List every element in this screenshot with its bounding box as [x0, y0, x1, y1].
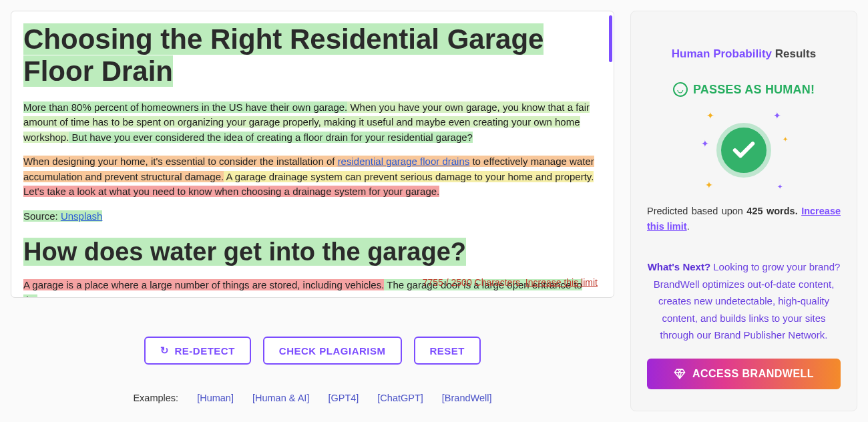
character-counter: 7755 / 2500 Characters. Increase this li… [423, 277, 598, 288]
whats-next-text: What's Next? Looking to grow your brand?… [647, 258, 841, 344]
checkmark-graphic: ✦ ✦ ✦ ✦ ✦ ✦ [704, 110, 784, 190]
paragraph-1: More than 80% percent of homeowners in t… [23, 100, 596, 146]
access-brandwell-button[interactable]: ACCESS BRANDWELL [647, 359, 841, 389]
predicted-text: Predicted based upon 425 words. Increase… [647, 204, 841, 234]
results-panel: Human Probability Results ◡ PASSES AS HU… [630, 11, 857, 411]
paragraph-2: When designing your home, it's essential… [23, 154, 596, 200]
passes-as-human-label: ◡ PASSES AS HUMAN! [673, 82, 815, 97]
example-gpt4[interactable]: [GPT4] [328, 393, 359, 403]
source-link[interactable]: Unsplash [61, 210, 103, 222]
text-editor[interactable]: Choosing the Right Residential Garage Fl… [11, 11, 614, 297]
scrollbar-thumb[interactable] [609, 15, 612, 62]
example-human-ai[interactable]: [Human & AI] [252, 393, 309, 403]
example-human[interactable]: [Human] [197, 393, 234, 403]
drain-link[interactable]: residential garage floor drains [338, 156, 470, 167]
sparkle-icon: ✦ [701, 138, 709, 149]
action-bar: ↻ RE-DETECT CHECK PLAGIARISM RESET [11, 337, 614, 365]
refresh-icon: ↻ [160, 345, 170, 357]
example-chatgpt[interactable]: [ChatGPT] [377, 393, 423, 403]
sparkle-icon: ✦ [773, 110, 781, 121]
smiley-icon: ◡ [673, 82, 688, 97]
article-title: Choosing the Right Residential Garage Fl… [23, 23, 596, 88]
increase-limit-link[interactable]: Increase this limit [525, 277, 598, 288]
source-line: Source: Unsplash [23, 209, 596, 224]
sparkle-icon: ✦ [705, 180, 713, 190]
check-circle-icon [716, 123, 771, 178]
examples-row: Examples: [Human] [Human & AI] [GPT4] [C… [11, 393, 614, 403]
results-title: Human Probability Results [672, 47, 816, 61]
redetect-button[interactable]: ↻ RE-DETECT [144, 337, 251, 365]
editor-container: Choosing the Right Residential Garage Fl… [11, 11, 614, 298]
sparkle-icon: ✦ [783, 136, 788, 143]
reset-button[interactable]: RESET [414, 337, 481, 365]
sparkle-icon: ✦ [777, 183, 783, 190]
sparkle-icon: ✦ [706, 110, 714, 121]
check-plagiarism-button[interactable]: CHECK PLAGIARISM [263, 337, 402, 365]
heading-2: How does water get into the garage? [23, 233, 596, 271]
examples-label: Examples: [133, 393, 178, 403]
diamond-icon [674, 368, 686, 380]
example-brandwell[interactable]: [BrandWell] [442, 393, 492, 403]
left-panel: Choosing the Right Residential Garage Fl… [11, 11, 614, 411]
